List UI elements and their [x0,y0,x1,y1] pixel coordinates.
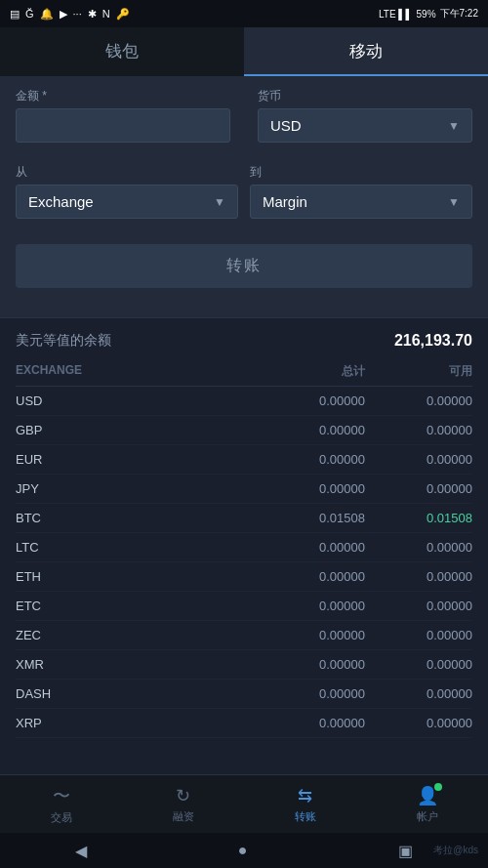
balance-section: 美元等值的余额 216,193.70 [0,317,488,355]
table-header: EXCHANGE 总计 可用 [16,355,472,387]
row-avail-btc: 0.01508 [365,511,472,525]
icon-grid: ▤ [10,8,20,21]
table-row: ZEC 0.00000 0.00000 [16,621,472,650]
row-name-etc: ETC [16,599,258,613]
signal-icon: LTE ▌▌ [379,9,413,20]
row-name-usd: USD [16,393,258,408]
currency-selector-group: 货币 USD ▼ [258,88,472,143]
table-row: GBP 0.00000 0.00000 [16,416,472,445]
icon-nfc: N [102,8,110,20]
row-name-gbp: GBP [16,423,258,437]
trade-icon: 〜 [53,784,70,807]
nav-item-transfer[interactable]: ⇆ 转账 [244,775,366,833]
row-total-jpy: 0.00000 [258,481,365,496]
amount-label: 金额 * [16,88,230,104]
icon-dots: ··· [73,8,82,20]
row-avail-xmr: 0.00000 [365,657,472,672]
row-total-eur: 0.00000 [258,452,365,467]
balance-label: 美元等值的余额 [16,332,111,350]
row-avail-zec: 0.00000 [365,628,472,642]
row-total-etc: 0.00000 [258,599,365,613]
icon-key: 🔑 [116,8,130,21]
from-label: 从 [16,164,238,181]
table-body: USD 0.00000 0.00000 GBP 0.00000 0.00000 … [16,387,472,738]
top-tab-bar: 钱包 移动 [0,27,488,76]
nav-item-account[interactable]: 👤 帐户 [366,775,488,833]
to-field-group: 到 Margin ▼ [250,164,472,219]
row-avail-etc: 0.00000 [365,599,472,613]
to-chevron-icon: ▼ [448,195,460,209]
icon-bell: 🔔 [40,8,54,21]
row-name-jpy: JPY [16,481,258,496]
status-right-icons: LTE ▌▌ 59% 下午7:22 [379,7,478,21]
row-name-eth: ETH [16,569,258,584]
account-label: 帐户 [417,809,438,824]
section-label: EXCHANGE [16,363,258,380]
account-icon: 👤 [417,785,438,806]
amount-input[interactable] [16,108,230,143]
from-select[interactable]: Exchange ▼ [16,185,238,219]
row-avail-eur: 0.00000 [365,452,472,467]
tab-wallet[interactable]: 钱包 [0,27,244,76]
table-row: BTC 0.01508 0.01508 [16,504,472,533]
table-row: ETC 0.00000 0.00000 [16,592,472,621]
row-avail-ltc: 0.00000 [365,540,472,555]
nav-item-funding[interactable]: ↻ 融资 [122,775,244,833]
account-icon-wrapper: 👤 [417,785,438,806]
row-total-btc: 0.01508 [258,511,365,525]
table-row: EUR 0.00000 0.00000 [16,445,472,475]
tab-move[interactable]: 移动 [244,27,488,76]
row-total-zec: 0.00000 [258,628,365,642]
row-name-btc: BTC [16,511,258,525]
table-row: JPY 0.00000 0.00000 [16,475,472,504]
status-left-icons: ▤ Ğ 🔔 ▶ ··· ✱ N 🔑 [10,8,130,21]
currency-select[interactable]: USD ▼ [258,108,472,143]
amount-field-group: 金额 * [16,88,230,143]
row-total-ltc: 0.00000 [258,540,365,555]
nav-item-trade[interactable]: 〜 交易 [0,775,122,833]
transfer-icon: ⇆ [298,785,312,806]
to-select[interactable]: Margin ▼ [250,185,472,219]
table-row: ETH 0.00000 0.00000 [16,562,472,592]
th-total: 总计 [258,363,365,380]
row-total-xmr: 0.00000 [258,657,365,672]
row-total-eth: 0.00000 [258,569,365,584]
back-button[interactable]: ◀ [75,842,87,860]
status-bar: ▤ Ğ 🔔 ▶ ··· ✱ N 🔑 LTE ▌▌ 59% 下午7:22 [0,0,488,27]
currency-label: 货币 [258,88,472,104]
form-section: 金额 * 货币 USD ▼ 从 Exchange ▼ 到 Margin ▼ [0,76,488,317]
icon-play: ▶ [60,8,67,21]
watermark: 考拉@kds [433,844,478,857]
row-name-zec: ZEC [16,628,258,642]
table-row: XRP 0.00000 0.00000 [16,709,472,738]
system-nav: ◀ ● ▣ 考拉@kds [0,833,488,868]
icon-bluetooth: ✱ [88,8,97,21]
balance-value: 216,193.70 [394,332,472,350]
from-value: Exchange [28,193,94,210]
row-name-eur: EUR [16,452,258,467]
row-avail-dash: 0.00000 [365,686,472,701]
recents-button[interactable]: ▣ [398,842,413,860]
to-label: 到 [250,164,472,181]
table-row: DASH 0.00000 0.00000 [16,680,472,709]
online-status-dot [434,783,442,791]
row-name-xmr: XMR [16,657,258,672]
to-value: Margin [263,193,307,210]
trade-label: 交易 [51,810,72,825]
row-total-xrp: 0.00000 [258,716,365,730]
row-total-dash: 0.00000 [258,686,365,701]
home-button[interactable]: ● [238,842,248,859]
row-avail-usd: 0.00000 [365,393,472,408]
from-field-group: 从 Exchange ▼ [16,164,238,219]
table-row: USD 0.00000 0.00000 [16,387,472,416]
battery-text: 59% [417,9,436,20]
row-total-gbp: 0.00000 [258,423,365,437]
icon-app: Ğ [25,8,34,20]
funding-label: 融资 [173,809,194,824]
row-name-dash: DASH [16,686,258,701]
currency-chevron-icon: ▼ [448,119,460,133]
transfer-button[interactable]: 转账 [16,244,472,288]
row-avail-gbp: 0.00000 [365,423,472,437]
from-to-row: 从 Exchange ▼ 到 Margin ▼ [16,164,472,219]
table-row: LTC 0.00000 0.00000 [16,533,472,562]
